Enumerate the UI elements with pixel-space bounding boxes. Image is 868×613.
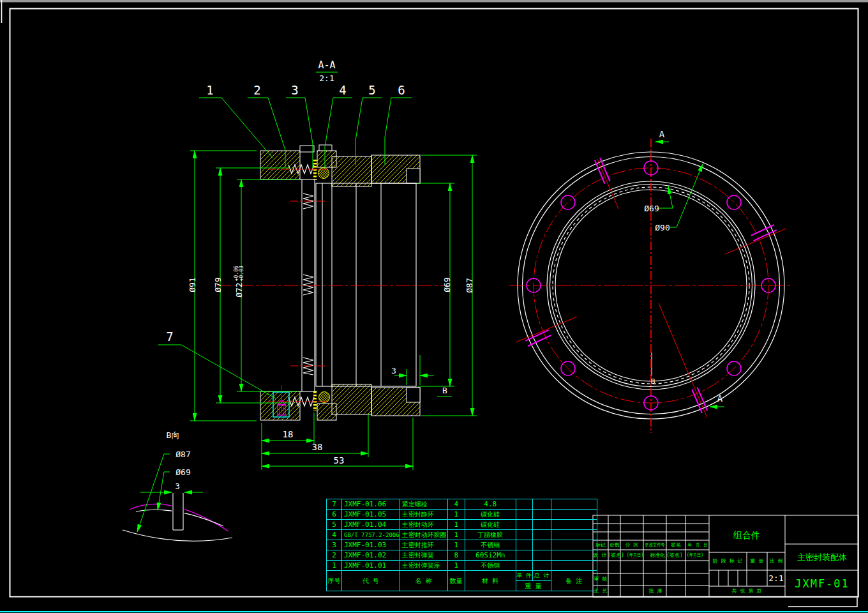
bom-row: 6JXMF-01.05主密封静环1碳化硅 [327,510,597,520]
drawing-sheet: { "sheet": { "colors": { "dimension_gree… [0,0,868,613]
dim-dia90-circular: Ø90 [655,223,670,232]
tb-approve: 批 准 [649,589,662,594]
dim-dia69-section: Ø69 [443,277,451,292]
callout-leaders [158,72,412,398]
bom-material: 不锈钢 [465,540,516,550]
bom-code: GB/T 7757.2-2006 [342,530,400,540]
bom-row: 3JXMF-01.03主密封推环1不锈钢 [327,540,597,550]
bom-code: JXMF-01.04 [342,520,400,530]
bom-header-total: 总 计 [532,571,551,581]
bom-qty: 1 [447,530,465,540]
tb-scale-value: 2:1 [768,574,783,582]
callout-7: 7 [166,331,173,343]
tb-design-date: (年月日) [627,553,643,558]
section-scale: 2:1 [319,74,334,82]
bom-no: 2 [327,550,342,561]
dim-dia79: Ø79 [214,277,222,292]
section-view [158,72,477,470]
bom-code: JXMF-01.03 [342,540,400,550]
bom-table: 7JXMF-01.06紧定螺栓44.8 6JXMF-01.05主密封静环1碳化硅… [326,499,597,591]
tb-rev-date: 年、月、日 [687,543,707,548]
bom-header-material: 材 料 [465,571,516,591]
tb-sheet-note: 共 张 第 页 [732,589,761,594]
bom-no: 3 [327,540,342,550]
section-title: A-A [318,61,335,70]
bom-qty: 1 [447,540,465,550]
bom-header-no: 序号 [327,571,342,591]
dim-len38: 38 [312,443,323,451]
bom-no: 5 [327,520,342,530]
bom-qty: 8 [447,550,465,561]
dim-dia72-tol: Ø72+0.06+0.03 [234,266,244,298]
tb-standard: 标准化 [650,553,665,558]
tb-rev-sign: 签名 [671,543,681,548]
bom-qty: 1 [447,520,465,530]
bom-header-code: 代 号 [342,571,400,591]
bom-header-unit: 单 件 [516,571,532,581]
tb-check: 审 核 [594,577,608,582]
bom-header-row: 序号 代 号 名 称 数量 材 料 单 件 总 计 备 注 [327,571,597,581]
detail-b-title: B向 [167,431,180,439]
bom-row: 1JXMF-01.01主密封弹簧座1不锈钢 [327,561,597,571]
dim-dia72-tolerances: +0.06+0.03 [234,266,244,281]
tb-standard-date: (年月日) [687,553,703,558]
bom-row: 5JXMF-01.04主密封动环1碳化硅 [327,520,597,530]
bom-code: JXMF-01.05 [342,510,400,520]
bom-part-name: 主密封推环 [400,540,447,550]
tb-part-type: 组合件 [733,531,760,540]
dim-dia91: Ø91 [188,277,197,292]
tb-rev-mark: 标记 [595,543,606,548]
dim-dia87-section: Ø87 [465,278,474,292]
tb-drawing-no: JXMF-01 [795,579,849,589]
bom-row: 7JXMF-01.06紧定螺栓44.8 [327,499,597,510]
bom-code: JXMF-01.06 [342,499,400,510]
bom-part-name: 主密封动环 [400,520,447,530]
bom-row: 2JXMF-01.02主密封弹簧860Si2Mn [327,550,597,561]
dim-len18: 18 [283,430,294,439]
bom-material: 碳化硅 [465,510,516,520]
bom-no: 6 [327,510,342,520]
dim-dia69-circular: Ø69 [644,204,659,213]
bom-header-name: 名 称 [400,571,447,591]
tb-part-name: 主密封装配体 [797,553,847,561]
tb-weight: 重 量 [751,559,764,564]
bom-qty: 1 [447,561,465,571]
bom-part-name: 主密封弹簧座 [400,561,447,571]
bom-material: 不锈钢 [465,561,516,571]
bom-part-name: 主密封弹簧 [400,550,447,561]
bom-material: 碳化硅 [465,520,516,530]
detail-b-dia87: Ø87 [176,450,190,458]
tb-process: 工 艺 [594,589,608,594]
dim-len3-notch: 3 [391,367,396,375]
dimension-lines [190,151,477,470]
dim-dia72: Ø72 [234,282,244,297]
bom-part-name: 紧定螺栓 [400,499,447,510]
tb-scale-label: 比 例 [770,559,783,564]
view-b-mark-circular: B [651,378,655,385]
tb-rev-count: 处数 [610,543,620,548]
tb-rev-zone: 分 区 [625,543,639,548]
circular-view [509,139,793,433]
callout-3: 3 [291,84,298,96]
bom-qty: 1 [447,510,465,520]
callout-2: 2 [253,84,260,96]
bom-part-name: 主密封静环 [400,510,447,520]
bom-no: 1 [327,561,342,571]
bom-qty: 4 [447,499,465,510]
bom-header-qty: 数量 [447,571,465,591]
tb-design: 设 计 [594,553,607,558]
detail-b-dia69: Ø69 [176,468,190,476]
callout-4: 4 [339,84,346,96]
callout-5: 5 [368,84,375,96]
dim-len53: 53 [334,456,345,465]
bom-no: 7 [327,499,342,510]
bom-material: 4.8 [465,499,516,510]
callout-6: 6 [398,84,405,96]
callout-1: 1 [206,84,213,96]
tb-rev-docno: 更改文件号 [645,543,664,548]
bom-code: JXMF-01.02 [342,550,400,561]
detail-b-len3: 3 [175,483,179,490]
bom-material: 60Si2Mn [465,550,516,561]
bom-code: JXMF-01.01 [342,561,400,571]
bom-material: 丁腈橡胶 [465,530,516,540]
